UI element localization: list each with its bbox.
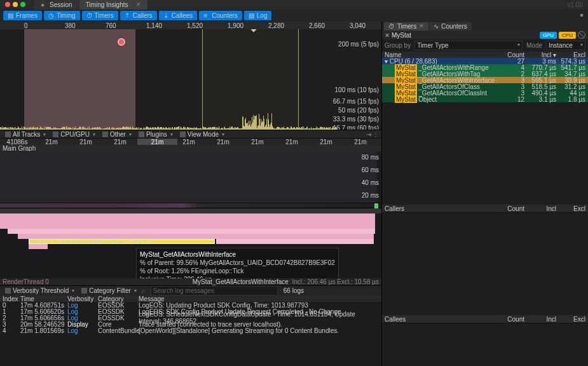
frames-icon: ▤ <box>8 12 14 18</box>
log-row[interactable]: 217m 5.606656sLogEOSSDKLogEOS: ScheduleN… <box>0 315 381 321</box>
log-row[interactable]: 017m 4.608751sLogEOSSDKLogEOS: Updating … <box>0 302 381 308</box>
traffic-min[interactable] <box>13 2 18 7</box>
groupby-select[interactable]: Timer Type▾ <box>414 41 523 50</box>
timers-button[interactable]: ⏱Timers <box>82 11 118 20</box>
other-menu[interactable]: Other▾ <box>100 130 134 139</box>
timing-button[interactable]: ◷Timing <box>44 11 80 20</box>
cpu-icon <box>53 132 58 137</box>
timer-row[interactable]: MyStat_GetAllActorsWithTag2637.4 µs34.7 … <box>382 71 588 77</box>
timers-icon: ⏱ <box>388 23 395 30</box>
timer-row[interactable]: MyStat_GetAllActorsOfClass3518.5 µs31.2 … <box>382 83 588 90</box>
disable-icon[interactable] <box>578 31 585 39</box>
counters-icon: ≡ <box>203 12 210 18</box>
flame-statusbar: RenderThread 0 MyStat_GetAllActorsWithIn… <box>0 278 381 285</box>
main-graph-header: Main Graph <box>0 145 381 151</box>
frames-marker-icon <box>118 38 125 46</box>
log-count: 66 logs <box>284 287 304 294</box>
other-icon <box>102 132 108 137</box>
timing-icon: ◷ <box>48 12 55 18</box>
counters-icon: ∿ <box>434 23 439 30</box>
plugin-icon <box>139 132 144 137</box>
callees-icon: ⇣ <box>163 12 170 18</box>
filter-name[interactable]: MyStat <box>392 32 538 39</box>
frames-ruler: 03807601,1401,5201,9002,2802,6603,040 <box>0 22 381 29</box>
chevron-down-icon: ▾ <box>43 132 46 137</box>
chevron-down-icon: ▾ <box>129 132 132 137</box>
frames-overview[interactable]: 03807601,1401,5201,9002,2802,6603,040 20… <box>0 22 381 130</box>
log-row[interactable]: 320m 58.246529DisplayCoreTrace started (… <box>0 321 381 327</box>
filter-icon <box>5 288 11 294</box>
mode-select[interactable]: Instance▾ <box>546 41 585 50</box>
titlebar: ●Session Timing Insights ✕ v1.00 <box>0 0 588 9</box>
main-graph[interactable]: 80 ms60 ms40 ms20 ms <box>0 151 381 203</box>
tab-timers[interactable]: ⏱Timers✕ <box>384 22 428 30</box>
plugins-menu[interactable]: Plugins▾ <box>136 130 175 139</box>
timer-row[interactable]: MyStatObject123.1 µs1.8 µs <box>382 96 588 102</box>
log-panel: Verbosity Threshold▾ Category Filter▾ ⌕ … <box>0 285 381 366</box>
log-search-input[interactable]: Search log messages <box>151 286 278 295</box>
close-icon[interactable]: ✕ <box>136 1 141 8</box>
counters-button[interactable]: ≡Counters <box>199 11 242 20</box>
timer-row[interactable]: MyStat_GetAllActorsWithRange4770.7 µs541… <box>382 64 588 71</box>
chevron-down-icon: ▾ <box>93 132 95 137</box>
flame-selected-event[interactable]: MyStat_GetAllActorsWithInterface (206.5 … <box>29 239 215 244</box>
chevron-down-icon: ▾ <box>170 132 173 137</box>
search-icon: ⌕ <box>141 287 145 294</box>
log-row[interactable]: 421m 1.801569sLogContentBundle[OpenWorld… <box>0 327 381 334</box>
frames-button[interactable]: ▤Frames <box>3 11 42 20</box>
chevron-down-icon: ▾ <box>222 132 224 137</box>
minimap-cursor[interactable] <box>374 203 378 208</box>
tab-session[interactable]: ●Session <box>34 0 79 10</box>
callees-panel <box>382 323 588 366</box>
category-menu[interactable]: Category Filter▾ <box>79 287 139 295</box>
tab-timing-insights[interactable]: Timing Insights ✕ <box>79 0 147 10</box>
timer-row[interactable]: MyStat_GetAllActorsWithInterface3595.1 µ… <box>382 77 588 83</box>
log-table-header: IndexTimeVerbosityCategoryMessage <box>0 295 381 302</box>
callers-icon: ⇡ <box>125 12 131 18</box>
tracks-toolbar: All Tracks▾ CPU/GPU▾ Other▾ Plugins▾ Vie… <box>0 130 381 139</box>
minimap[interactable] <box>0 203 381 208</box>
log-button[interactable]: ▤Log <box>244 11 272 20</box>
gpu-pill[interactable]: GPU <box>540 32 557 39</box>
callees-button[interactable]: ⇣Callees <box>159 11 197 20</box>
verbosity-menu[interactable]: Verbosity Threshold▾ <box>3 287 77 295</box>
clear-filter-icon[interactable]: ✕ <box>385 32 390 39</box>
timer-table-header[interactable]: NameCountIncl ▾Excl <box>382 51 588 58</box>
callees-header: CalleesCountInclExcl <box>382 315 588 323</box>
version-label: v1.00 <box>568 1 583 8</box>
toolbar: ▤Frames ◷Timing ⏱Timers ⇡Callers ⇣Callee… <box>0 9 588 22</box>
close-icon[interactable]: ✕ <box>419 23 424 29</box>
callers-panel <box>382 212 588 315</box>
settings-icon[interactable]: ⋮ <box>373 131 379 138</box>
tab-label: Session <box>50 1 72 8</box>
viewmode-menu[interactable]: View Mode▾ <box>177 130 227 139</box>
timer-row[interactable]: MyStat_GetAllActorsOfClassInt3490.4 µs44… <box>382 90 588 96</box>
tab-label: Timing Insights <box>86 1 128 8</box>
callers-header: CallersCountInclExcl <box>382 205 588 212</box>
eye-icon <box>180 132 186 137</box>
timers-icon: ⏱ <box>86 12 93 18</box>
cpu-pill[interactable]: CPU <box>559 32 576 39</box>
activity-spinner-icon <box>578 12 585 18</box>
traffic-max[interactable] <box>20 2 25 7</box>
callers-button[interactable]: ⇡Callers <box>120 11 157 20</box>
jump-end-button[interactable]: ⇥ <box>366 131 371 138</box>
side-panel: ⏱Timers✕ ∿Counters ✕ MyStat GPU CPU Grou… <box>382 22 588 366</box>
filter-icon <box>81 288 87 294</box>
tracks-icon <box>5 132 11 137</box>
flame-tooltip: MyStat_GetAllActorsWithInterface % of Pa… <box>136 248 339 278</box>
cpugpu-menu[interactable]: CPU/GPU▾ <box>50 130 98 139</box>
all-tracks-menu[interactable]: All Tracks▾ <box>3 130 48 139</box>
tracks-ruler[interactable]: 41086s21m 10.041123s21m 10.041159s21m 10… <box>0 139 381 145</box>
log-icon: ▤ <box>249 12 255 18</box>
flame-graph[interactable]: MyStat_GetAllActorsWithInterface (206.5 … <box>0 208 381 278</box>
traffic-close[interactable] <box>5 2 10 7</box>
timer-group-cpu[interactable]: ▾ CPU (6 / 28,683)273 ms574.3 µs <box>382 58 588 64</box>
tab-counters[interactable]: ∿Counters <box>429 22 472 30</box>
